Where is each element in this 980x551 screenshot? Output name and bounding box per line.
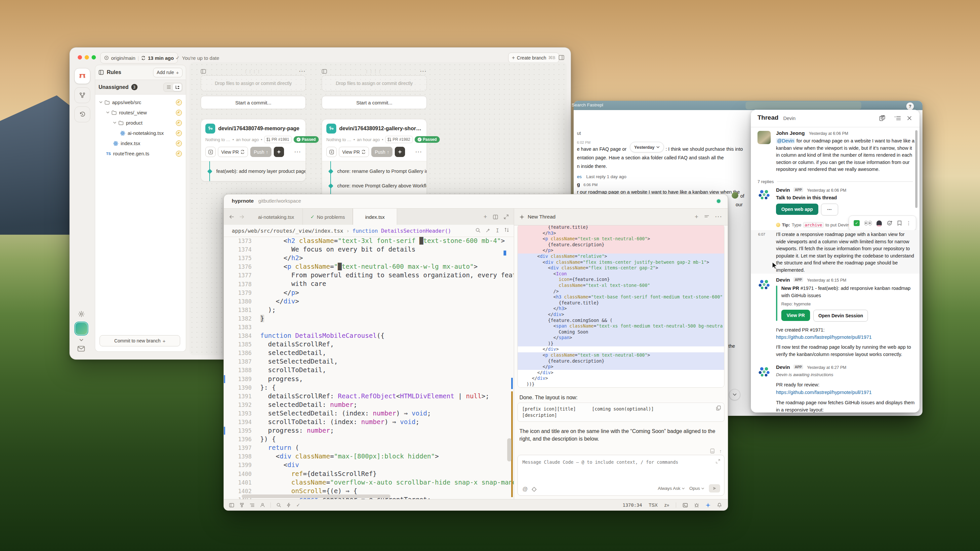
code-line-1392[interactable]: 1392 selectedDetail: number; <box>224 401 514 409</box>
push-button[interactable]: Push↑ <box>371 147 393 157</box>
minimize-icon[interactable] <box>84 55 89 59</box>
tab-index-tsx[interactable]: index.tsx <box>353 208 397 225</box>
code-line-1401[interactable]: 1401 className="overflow-x-auto scrollba… <box>224 478 514 487</box>
code-line-1393[interactable]: 1393 setSelectedDetail: (index: number) … <box>224 409 514 418</box>
new-tab-icon[interactable]: + <box>484 214 487 221</box>
commit-row[interactable]: chore: move Prompt Gallery above Workflo… <box>322 178 426 193</box>
pr-link[interactable]: https://github.com/fastrepl/hyprnote/pul… <box>776 335 872 340</box>
collab-panel-icon[interactable] <box>260 503 265 507</box>
slack-search-bar[interactable]: Search Fastrepl ? <box>574 101 923 110</box>
code-line-1388[interactable]: 1388 scrollToDetail, <box>224 366 514 375</box>
scroll-up-icon[interactable]: ↑ <box>719 448 722 454</box>
code-line-1399[interactable]: 1399 <div <box>224 461 514 469</box>
message-more-button[interactable]: ··· <box>821 203 838 216</box>
branch-menu-icon[interactable]: ··· <box>415 149 422 155</box>
assign-panel-icon[interactable] <box>322 69 327 74</box>
assign-panel-icon[interactable] <box>201 69 206 74</box>
code-line-1378[interactable]: 1378 with care <box>224 279 514 288</box>
search-icon[interactable] <box>476 228 480 233</box>
tree-file-index.tsx[interactable]: index.tsx <box>95 138 186 148</box>
commit-row[interactable]: feat(web): add memory layer product page <box>201 164 305 178</box>
code-line-1386[interactable]: 1386 selectedDetail, <box>224 349 514 357</box>
drop-zone[interactable]: Drop files to assign or commit directly <box>201 75 306 91</box>
close-icon[interactable] <box>78 55 82 59</box>
user-avatar[interactable] <box>75 322 87 335</box>
technologist-reaction-icon[interactable] <box>877 221 882 226</box>
timestamp[interactable]: Yesterday at 6:06 PM <box>807 188 846 193</box>
ai-actions-button[interactable] <box>274 147 284 157</box>
devin-avatar[interactable] <box>757 188 771 201</box>
feedback-mail-icon[interactable] <box>77 346 85 352</box>
thread-scrollbar-thumb[interactable] <box>915 130 918 208</box>
jump-to-recent-button[interactable] <box>729 389 740 400</box>
code-line-1398[interactable]: 1398 <div className="max-[800px]:block h… <box>224 452 514 461</box>
commit-row[interactable]: chore: rename Gallery to Prompt Gallery … <box>322 164 426 178</box>
chevron-down-icon[interactable] <box>79 338 84 341</box>
view-pr-button[interactable]: View PR <box>781 310 810 321</box>
lane-menu-icon[interactable]: ··· <box>299 68 306 75</box>
traffic-lights[interactable] <box>78 55 99 61</box>
branch-menu-icon[interactable]: ··· <box>294 149 301 155</box>
code-line-1381[interactable]: 1381 ); <box>224 306 514 314</box>
tree-folder-apps/web/src[interactable]: apps/web/src <box>95 97 186 107</box>
collab-status-dot[interactable] <box>717 199 721 203</box>
ai-assistant-icon[interactable] <box>706 503 711 508</box>
search-panel-icon[interactable] <box>277 503 281 507</box>
thread-settings-icon[interactable] <box>894 116 901 121</box>
ci-passed-badge[interactable]: ✓Passed <box>415 136 440 143</box>
language-mode[interactable]: TSX <box>649 502 658 508</box>
timestamp-gutter[interactable]: 6:07 <box>758 232 765 236</box>
outline-panel-icon[interactable] <box>250 503 255 507</box>
code-line-1380[interactable]: 1380 </div> <box>224 297 514 306</box>
view-toggle[interactable] <box>163 83 183 92</box>
slack-thread-replies-link[interactable]: es Last reply 1 day ago <box>577 174 627 179</box>
agent-more-icon[interactable]: ··· <box>715 214 722 220</box>
new-thread-icon[interactable]: + <box>695 213 698 221</box>
start-commit-button[interactable]: Start a commit... <box>322 96 427 109</box>
tree-folder-routes/_view[interactable]: routes/_view <box>95 107 186 118</box>
code-line-1375[interactable]: 1375 </h2> <box>224 254 514 262</box>
review-button[interactable] <box>205 147 216 157</box>
ai-actions-button[interactable] <box>395 147 405 157</box>
expand-composer-icon[interactable] <box>716 459 720 464</box>
branch-name[interactable]: devin/1764380749-memory-page <box>218 125 299 132</box>
commit-to-new-branch-button[interactable]: Commit to new branch+ <box>100 335 180 346</box>
panel-toggle-icon[interactable] <box>558 54 565 60</box>
rail-branches-button[interactable] <box>75 87 90 103</box>
code-line-1395[interactable]: 1395 progress: number; <box>224 426 514 435</box>
bookmark-icon[interactable] <box>897 221 902 226</box>
tab-ai-notetaking[interactable]: ai-notetaking.tsx <box>250 208 303 225</box>
rail-history-button[interactable] <box>75 106 90 122</box>
close-thread-icon[interactable] <box>907 116 912 121</box>
copy-icon[interactable] <box>716 406 721 411</box>
rail-workspace-button[interactable] <box>75 68 90 84</box>
open-in-window-icon[interactable] <box>879 115 885 121</box>
tree-file-ai-notetaking.tsx[interactable]: ai-notetaking.tsx <box>95 128 186 138</box>
push-button[interactable]: Push↑ <box>250 147 272 157</box>
code-line-1374[interactable]: 1374 We focus on every bit of details <box>224 245 514 254</box>
view-pr-button[interactable]: View PR <box>218 147 248 157</box>
permission-mode-select[interactable]: Always Ask <box>658 486 684 491</box>
tree-view-icon[interactable] <box>173 84 181 91</box>
view-pr-button[interactable]: View PR <box>339 147 369 157</box>
vim-indicator[interactable]: z» <box>664 502 669 508</box>
code-line-1383[interactable]: 1383 <box>224 323 514 332</box>
quick-actions-icon[interactable] <box>287 503 291 507</box>
code-line-1400[interactable]: 1400 ref={detailsScrollRef} <box>224 470 514 478</box>
add-rule-button[interactable]: Add rule+ <box>153 68 183 77</box>
code-editor[interactable]: 1373 <h2 className="text-3xl font-serif … <box>224 237 514 499</box>
tab-diagnostics[interactable]: ✓No problems <box>303 208 353 225</box>
agent-composer[interactable]: @ Always Ask Opus <box>517 455 724 496</box>
tree-file-routeTree.gen.ts[interactable]: TSrouteTree.gen.ts <box>95 148 186 159</box>
target-branch-pill[interactable]: origin/main | 13 min ago <box>100 52 178 64</box>
nav-back-icon[interactable] <box>229 215 234 219</box>
model-select[interactable]: Opus <box>689 486 704 491</box>
add-reaction-icon[interactable] <box>887 220 893 226</box>
horizontal-scrollbar-thumb[interactable] <box>242 494 390 498</box>
open-web-app-button[interactable]: Open web app <box>776 203 818 215</box>
diagnostics-check-icon[interactable]: ✓ <box>296 502 300 508</box>
split-pane-icon[interactable] <box>493 214 498 219</box>
send-button[interactable] <box>709 484 720 492</box>
drop-zone[interactable]: Drop files to assign or commit directly <box>322 75 427 91</box>
eyes-reaction-icon[interactable] <box>864 221 872 225</box>
